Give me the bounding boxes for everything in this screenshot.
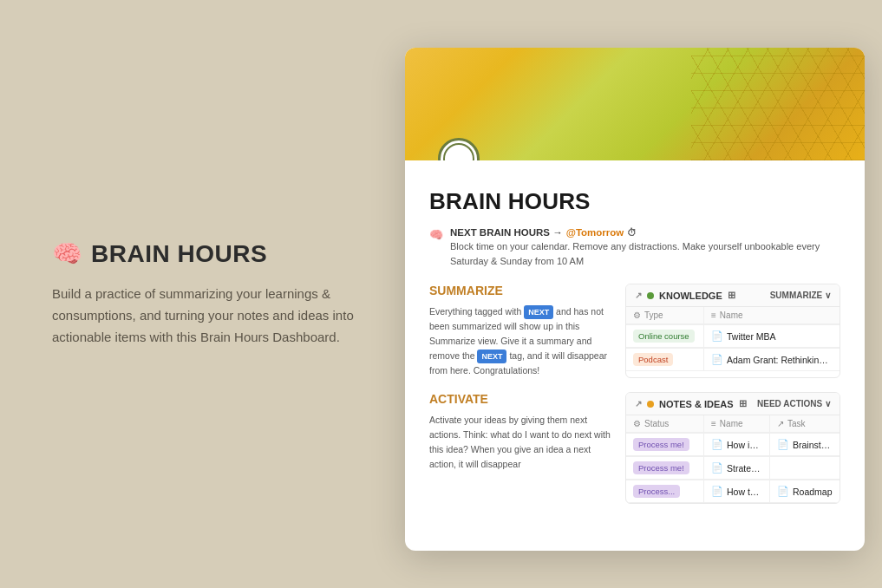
notes-row-1: Process me! 📄 How is this course designe… [626,433,840,456]
knowledge-row-1: Online course 📄 Twitter MBA [626,324,840,348]
task-col-label: Task [787,419,806,428]
notes-action[interactable]: NEED ACTIONS ∨ [757,399,831,408]
notes-row2-status: Process me! [626,456,704,479]
notes-db-title: NOTES & IDEAS [659,399,734,409]
notes-row1-name-text: How is this course designed? [727,440,762,450]
notes-db-header: ↗ NOTES & IDEAS ⊞ NEED ACTIONS ∨ [626,393,840,415]
next-banner-desc: Block time on your calendar. Remove any … [450,239,840,268]
notes-row2-name: 📄 Strategy Session framework [704,456,770,479]
notes-row3-task-text: Roadmap [793,487,833,497]
next-tag-1: NEXT [524,305,553,319]
card-page-title: BRAIN HOURS [429,188,840,215]
notes-col-headers: ⚙ Status ≡ Name ↗ Task [626,415,840,433]
notes-arrow-icon: ↗ [635,399,642,408]
knowledge-col-name: ≡ Name [704,307,840,323]
activate-section: ACTIVATE Activate your ideas by giving t… [429,392,611,504]
notes-col-name: ≡ Name [704,415,770,432]
notes-row2-name-text: Strategy Session framework [727,463,762,474]
knowledge-database: ↗ KNOWLEDGE ⊞ SUMMARIZE ∨ ⚙ Type ≡ Name [625,284,840,378]
activate-row: ACTIVATE Activate your ideas by giving t… [429,392,840,504]
doc-icon-3: 📄 [711,439,723,450]
online-course-tag: Online course [633,330,695,343]
notion-card: BRAIN HOURS 🧠 NEXT BRAIN HOURS → @Tomorr… [405,48,865,551]
activate-title: ACTIVATE [429,392,611,406]
knowledge-db-title: KNOWLEDGE [659,291,722,301]
next-brain-emoji: 🧠 [429,228,443,241]
doc-icon-1: 📄 [711,330,723,342]
brain-emoji-icon: 🧠 [52,239,82,268]
type-col-icon: ⚙ [633,310,641,320]
notes-row3-name-text: How to build it effectively [727,487,762,497]
next-label: NEXT BRAIN HOURS → [450,227,563,238]
name-col-label: Name [720,310,743,320]
notes-row3-task: 📄 Roadmap [770,480,840,502]
next-brain-banner: 🧠 NEXT BRAIN HOURS → @Tomorrow ⏱ Block t… [429,227,840,268]
summarize-title: SUMMARIZE [429,284,611,297]
avatar-inner [443,143,474,160]
knowledge-row1-name-text: Twitter MBA [727,331,776,342]
notes-dot [647,401,654,408]
notes-row3-name: 📄 How to build it effectively [704,480,770,502]
doc-icon-2: 📄 [711,354,723,365]
doc-icon-6: 📄 [711,486,723,497]
knowledge-row-2: Podcast 📄 Adam Grant: Rethinking Your Po… [626,348,840,371]
notes-row-2: Process me! 📄 Strategy Session framework [626,456,840,480]
next-tag-2: NEXT [477,350,506,363]
next-banner-line1: NEXT BRAIN HOURS → @Tomorrow ⏱ [450,227,840,238]
type-col-label: Type [644,310,663,320]
notes-name-col-icon: ≡ [711,419,716,428]
card-header-image [405,48,865,160]
knowledge-col-headers: ⚙ Type ≡ Name [626,307,840,324]
notes-col-status: ⚙ Status [626,415,704,432]
notes-row1-task: 📄 Brainstorm [770,433,840,455]
notes-col-task: ↗ Task [770,415,840,432]
summarize-desc: Everything tagged with NEXT and has not … [429,304,611,378]
summarize-section: SUMMARIZE Everything tagged with NEXT an… [429,284,611,378]
card-avatar [438,138,480,160]
process-tag-3: Process... [633,485,680,498]
knowledge-col-type: ⚙ Type [626,307,704,323]
next-banner-text: NEXT BRAIN HOURS → @Tomorrow ⏱ Block tim… [450,227,840,268]
card-body: BRAIN HOURS 🧠 NEXT BRAIN HOURS → @Tomorr… [405,160,865,551]
knowledge-action[interactable]: SUMMARIZE ∨ [770,291,831,300]
status-col-icon: ⚙ [633,419,641,428]
podcast-tag: Podcast [633,353,673,366]
at-tomorrow: @Tomorrow [566,227,624,238]
knowledge-row2-name: 📄 Adam Grant: Rethinking Your Position [… [704,348,840,370]
knowledge-arrow-icon: ↗ [635,291,642,300]
knowledge-row1-type: Online course [626,324,704,347]
brain-title-row: 🧠 BRAIN HOURS [52,239,364,268]
page-description: Build a practice of summarizing your lea… [52,284,364,348]
page-title-left: BRAIN HOURS [91,240,267,268]
notes-name-col-label: Name [720,419,743,428]
left-panel: 🧠 BRAIN HOURS Build a practice of summar… [52,239,364,348]
knowledge-row2-name-text: Adam Grant: Rethinking Your Position [Th… [727,355,833,365]
knowledge-dot [647,292,654,299]
notes-row1-status: Process me! [626,433,704,455]
notes-row2-task [770,456,840,479]
knowledge-db-header: ↗ KNOWLEDGE ⊞ SUMMARIZE ∨ [626,284,840,307]
notes-database: ↗ NOTES & IDEAS ⊞ NEED ACTIONS ∨ ⚙ Statu… [625,392,840,504]
status-col-label: Status [644,419,669,428]
clock-icon: ⏱ [627,227,637,238]
activate-desc: Activate your ideas by giving them next … [429,413,611,471]
notes-row1-name: 📄 How is this course designed? [704,433,770,455]
name-col-icon: ≡ [711,310,716,320]
notes-row3-status: Process... [626,480,704,502]
process-me-tag-2: Process me! [633,461,689,474]
notes-row-3: Process... 📄 How to build it effectively… [626,480,840,503]
summarize-row: SUMMARIZE Everything tagged with NEXT an… [429,284,840,378]
notes-row1-task-text: Brainstorm [793,440,833,450]
notes-table-icon: ⊞ [739,398,747,409]
process-me-tag-1: Process me! [633,438,689,451]
doc-icon-7: 📄 [777,486,789,497]
knowledge-row2-type: Podcast [626,348,704,370]
doc-icon-5: 📄 [711,462,723,474]
knowledge-row1-name: 📄 Twitter MBA [704,324,840,347]
knowledge-table-icon: ⊞ [728,290,735,301]
doc-icon-4: 📄 [777,439,789,450]
task-col-icon: ↗ [777,419,784,428]
